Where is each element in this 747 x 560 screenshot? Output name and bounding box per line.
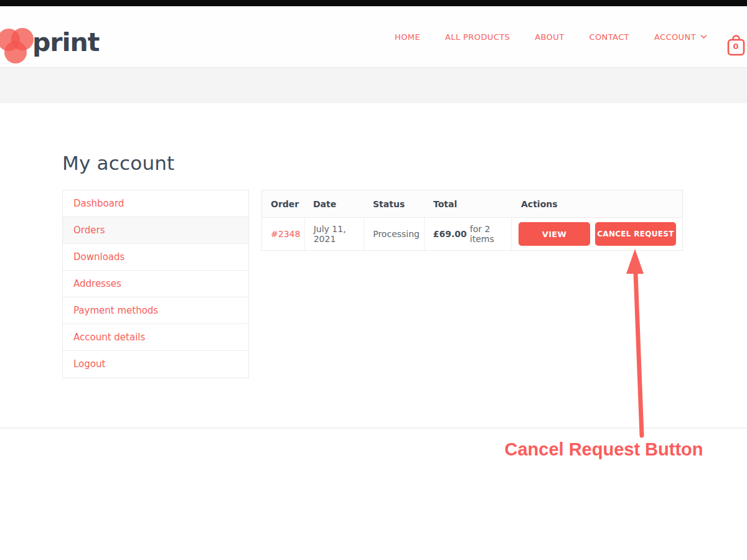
sidebar-item-orders[interactable]: Orders <box>63 217 248 244</box>
nav-item-all-products[interactable]: ALL PRODUCTS <box>445 32 510 42</box>
nav-item-account[interactable]: ACCOUNT <box>654 32 707 42</box>
page-title: My account <box>62 152 174 174</box>
order-status-cell: Processing <box>364 218 424 250</box>
orders-table: Order Date Status Total Actions #2348 Ju… <box>261 190 683 251</box>
orders-table-header: Order Date Status Total Actions <box>262 190 682 218</box>
order-total-cell: £69.00 for 2 items <box>424 218 511 250</box>
order-actions-cell: VIEW CANCEL REQUEST <box>511 218 682 250</box>
sidebar-item-account-details[interactable]: Account details <box>63 324 248 351</box>
main-nav: HOME ALL PRODUCTS ABOUT CONTACT ACCOUNT <box>395 6 707 67</box>
order-number-link[interactable]: #2348 <box>271 229 300 239</box>
sidebar-item-addresses[interactable]: Addresses <box>63 271 248 297</box>
col-header-actions: Actions <box>512 199 682 209</box>
nav-item-contact[interactable]: CONTACT <box>590 32 629 42</box>
col-header-date: Date <box>304 199 364 209</box>
page: print HOME ALL PRODUCTS ABOUT CONTACT AC… <box>0 0 747 560</box>
logo-circles-icon <box>0 22 35 63</box>
site-logo[interactable]: print <box>0 22 93 67</box>
col-header-total: Total <box>425 199 512 209</box>
order-total-amount: £69.00 <box>433 229 467 239</box>
sidebar-item-downloads[interactable]: Downloads <box>63 244 248 271</box>
order-total-suffix: for 2 items <box>470 224 511 244</box>
view-button[interactable]: VIEW <box>519 222 590 246</box>
cancel-request-button[interactable]: CANCEL REQUEST <box>595 222 676 246</box>
cart-count-badge: 0 <box>726 42 745 51</box>
order-date-cell: July 11, 2021 <box>304 218 364 250</box>
chevron-down-icon <box>700 34 707 39</box>
cart-bag-icon <box>726 50 746 62</box>
site-header: print HOME ALL PRODUCTS ABOUT CONTACT AC… <box>0 6 747 67</box>
top-black-bar <box>0 0 747 6</box>
col-header-order: Order <box>262 199 304 209</box>
nav-item-home[interactable]: HOME <box>395 32 420 42</box>
order-row: #2348 July 11, 2021 Processing £69.00 fo… <box>262 218 682 250</box>
sidebar-item-dashboard[interactable]: Dashboard <box>63 190 248 217</box>
cart-button[interactable]: 0 <box>726 34 746 60</box>
nav-account-label: ACCOUNT <box>654 32 696 42</box>
col-header-status: Status <box>364 199 425 209</box>
section-divider <box>0 427 747 429</box>
nav-item-about[interactable]: ABOUT <box>535 32 564 42</box>
annotation-label: Cancel Request Button <box>479 439 728 460</box>
order-number-cell: #2348 <box>262 218 304 250</box>
account-sidebar: Dashboard Orders Downloads Addresses Pay… <box>62 190 249 378</box>
annotation-arrow-icon <box>613 248 657 438</box>
brand-name: print <box>32 27 99 57</box>
sidebar-item-logout[interactable]: Logout <box>63 351 248 378</box>
page-title-band <box>0 67 747 103</box>
sidebar-item-payment-methods[interactable]: Payment methods <box>63 297 248 324</box>
